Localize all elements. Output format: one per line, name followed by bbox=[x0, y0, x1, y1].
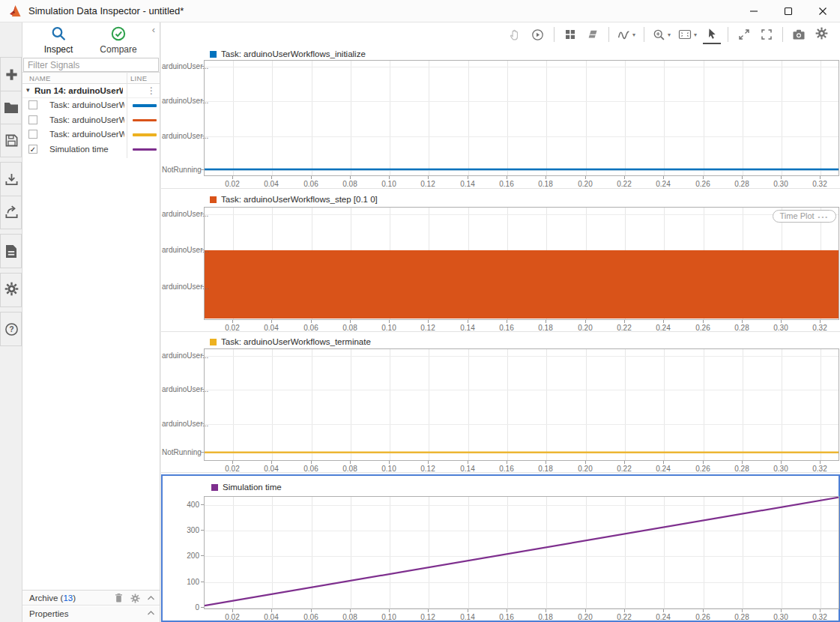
toolbar-group bbox=[0, 57, 22, 157]
x-tick-label: 0.20 bbox=[570, 465, 600, 473]
y-tick-label: NotRunning bbox=[162, 166, 199, 174]
report-button[interactable] bbox=[1, 235, 22, 268]
signal-line-swatch[interactable] bbox=[133, 133, 157, 136]
x-tick-label: 0.22 bbox=[609, 465, 639, 473]
x-tick-label: 0.30 bbox=[766, 324, 796, 332]
y-tick-label: 200 bbox=[162, 552, 199, 560]
x-tick-label: 0.20 bbox=[570, 324, 600, 332]
eraser-button[interactable] bbox=[584, 25, 602, 44]
layout-button[interactable] bbox=[561, 25, 579, 44]
axis-tick bbox=[781, 461, 782, 464]
plot-legend: Task: arduinoUserWorkflows_step [0.1 0] bbox=[210, 195, 378, 204]
badge-menu-dots-icon[interactable]: ••• bbox=[818, 214, 829, 220]
expand-caret-icon[interactable]: ▾ bbox=[26, 86, 30, 94]
kebab-menu-icon[interactable]: ⋮ bbox=[147, 85, 156, 96]
maximize-button[interactable] bbox=[771, 0, 806, 22]
fullscreen-icon bbox=[761, 28, 773, 40]
properties-section-header[interactable]: Properties bbox=[22, 606, 160, 622]
signal-line-swatch[interactable] bbox=[133, 148, 157, 151]
time-plot-badge-label: Time Plot bbox=[780, 211, 815, 220]
x-tick-label: 0.08 bbox=[335, 613, 365, 621]
signal-checkbox[interactable] bbox=[28, 115, 37, 124]
plot-toolbar: ▾▾▾ bbox=[161, 22, 840, 46]
replay-button[interactable] bbox=[529, 25, 547, 44]
signal-line-swatch[interactable] bbox=[133, 104, 157, 107]
filter-signals-input[interactable] bbox=[23, 58, 159, 72]
add-button[interactable] bbox=[1, 58, 22, 91]
maximize-icon bbox=[784, 7, 793, 16]
export-button[interactable] bbox=[1, 196, 22, 229]
plot-simulation-time[interactable]: Simulation time0.020.040.060.080.100.120… bbox=[161, 474, 840, 622]
pan-button[interactable] bbox=[507, 25, 525, 44]
toolbar-separator bbox=[554, 27, 555, 42]
zoom-button[interactable]: ▾ bbox=[651, 25, 672, 44]
plot-canvas[interactable]: Time Plot••• bbox=[204, 207, 839, 320]
fullscreen-button[interactable] bbox=[758, 25, 776, 44]
signal-checkbox[interactable] bbox=[28, 100, 37, 109]
axis-tick bbox=[507, 320, 507, 323]
gear-icon[interactable] bbox=[130, 594, 140, 603]
collapse-panel-icon[interactable]: ‹ bbox=[152, 24, 155, 35]
signal-checkbox[interactable]: ✓ bbox=[28, 145, 37, 154]
signal-button[interactable]: ▾ bbox=[616, 25, 637, 44]
snapshot-button[interactable] bbox=[790, 25, 808, 44]
tab-inspect[interactable]: Inspect bbox=[32, 25, 85, 59]
x-tick-label: 0.14 bbox=[453, 324, 483, 332]
chevron-up-icon[interactable] bbox=[147, 610, 155, 616]
toolbar-separator bbox=[608, 27, 609, 42]
open-button[interactable] bbox=[1, 91, 22, 124]
preferences-button[interactable] bbox=[1, 274, 22, 307]
chevron-up-icon[interactable] bbox=[147, 595, 155, 601]
axis-tick bbox=[311, 461, 312, 464]
axis-tick bbox=[311, 609, 312, 612]
plot-title: Simulation time bbox=[223, 483, 282, 492]
time-plot-badge[interactable]: Time Plot••• bbox=[773, 210, 836, 223]
y-tick-label: 400 bbox=[162, 501, 199, 509]
plot-canvas[interactable] bbox=[204, 496, 839, 609]
signal-trace bbox=[205, 497, 839, 609]
search-icon bbox=[50, 25, 67, 42]
signal-row[interactable]: Task: arduinoUserWor bbox=[22, 127, 160, 142]
signal-wave-icon bbox=[617, 28, 630, 41]
plot-initialize[interactable]: Task: arduinoUserWorkflows_initialize0.0… bbox=[161, 46, 840, 189]
pointer-button[interactable] bbox=[703, 25, 721, 44]
y-tick-label: 100 bbox=[162, 578, 199, 586]
y-tick-label: arduinoUser... bbox=[162, 62, 199, 70]
fit-button[interactable]: ▾ bbox=[677, 25, 698, 44]
signal-checkbox[interactable] bbox=[28, 130, 37, 139]
trash-icon[interactable] bbox=[114, 593, 124, 603]
axis-tick bbox=[624, 609, 625, 612]
x-tick-label: 0.08 bbox=[335, 465, 365, 473]
x-tick-label: 0.06 bbox=[296, 180, 326, 188]
tab-compare[interactable]: Compare bbox=[92, 25, 145, 58]
plot-canvas[interactable] bbox=[204, 60, 839, 176]
plots-container: Task: arduinoUserWorkflows_initialize0.0… bbox=[161, 46, 840, 622]
run-group-row[interactable]: ▾ Run 14: arduinoUserWorkfl ⋮ bbox=[22, 84, 160, 98]
axis-tick bbox=[820, 461, 821, 464]
minimize-button[interactable] bbox=[737, 0, 771, 22]
plot-legend: Task: arduinoUserWorkflows_initialize bbox=[210, 49, 366, 58]
plot-step[interactable]: Task: arduinoUserWorkflows_step [0.1 0]T… bbox=[161, 189, 840, 332]
signal-line-swatch[interactable] bbox=[133, 119, 157, 122]
expand-button[interactable] bbox=[735, 25, 753, 44]
x-tick-label: 0.06 bbox=[296, 465, 326, 473]
settings-button[interactable] bbox=[812, 25, 830, 44]
import-button[interactable] bbox=[1, 163, 22, 196]
x-tick-label: 0.06 bbox=[296, 324, 326, 332]
axis-tick bbox=[742, 609, 743, 612]
help-icon: ? bbox=[4, 322, 19, 336]
plot-title: Task: arduinoUserWorkflows_step [0.1 0] bbox=[221, 195, 378, 204]
axis-tick bbox=[201, 286, 204, 287]
y-tick-label: NotRunning bbox=[162, 448, 199, 456]
plot-canvas[interactable] bbox=[204, 348, 839, 461]
close-button[interactable] bbox=[806, 0, 840, 22]
signal-row[interactable]: ✓Simulation time bbox=[22, 142, 160, 157]
sidebar: Inspect Compare ‹ NAME LINE ▾ Run 14: ar… bbox=[22, 22, 160, 622]
archive-section-header[interactable]: Archive (13) bbox=[22, 590, 160, 606]
signal-row[interactable]: Task: arduinoUserWor bbox=[22, 113, 160, 128]
axis-tick bbox=[781, 320, 782, 323]
plot-terminate[interactable]: Task: arduinoUserWorkflows_terminate0.02… bbox=[161, 332, 840, 473]
save-button[interactable] bbox=[1, 124, 22, 157]
help-button[interactable]: ? bbox=[1, 312, 22, 345]
signal-row[interactable]: Task: arduinoUserWor bbox=[22, 98, 160, 113]
